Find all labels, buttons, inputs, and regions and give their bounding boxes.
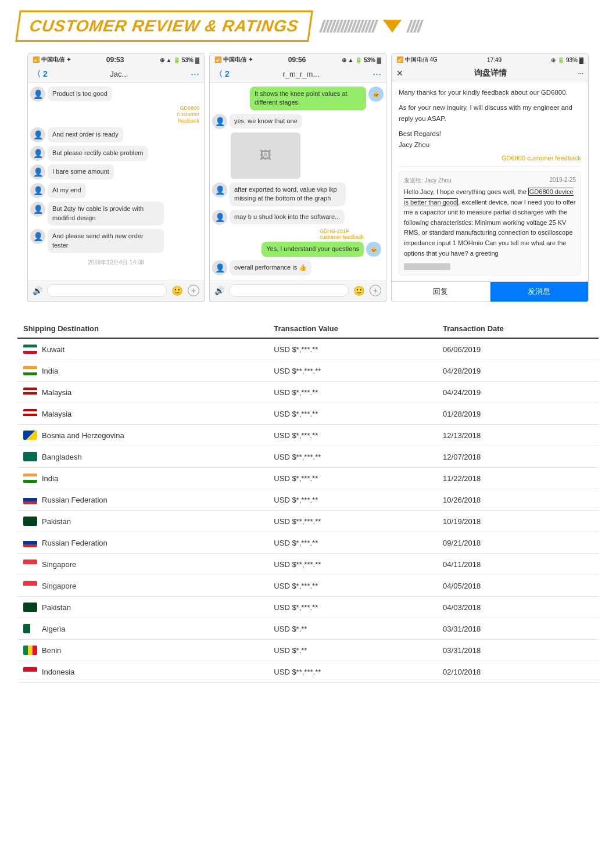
avatar-2-5: 🐱: [366, 242, 381, 257]
col-header-destination: Shipping Destination: [17, 320, 268, 338]
cell-value-15: USD $**,***.**: [268, 661, 437, 683]
bubble-1-5: At my end: [48, 183, 86, 198]
col-header-date: Transaction Date: [437, 320, 599, 338]
speaker-icon-1[interactable]: 🔊: [33, 286, 42, 295]
inquiry-body: Many thanks for your kindly feedback abo…: [392, 81, 588, 281]
inquiry-close-button[interactable]: ✕: [396, 69, 403, 78]
table-row: SingaporeUSD $**,***.**04/11/2018: [17, 554, 599, 575]
flag-icon-india: [23, 366, 37, 375]
table-row: PakistanUSD $*,***.**04/03/2018: [17, 597, 599, 618]
flag-icon-benin: [23, 646, 37, 655]
country-name-9: Russian Federation: [42, 539, 108, 547]
country-name-5: Bangladesh: [42, 453, 82, 461]
inquiry-time: 17:49: [487, 57, 502, 63]
col-header-value: Transaction Value: [268, 320, 437, 338]
avatar-1-1: 👤: [30, 87, 45, 102]
cell-destination-1: India: [17, 360, 268, 382]
table-row: AlgeriaUSD $*.**03/31/2018: [17, 618, 599, 640]
cell-destination-14: Benin: [17, 640, 268, 661]
table-row: MalaysiaUSD $*,***.**01/28/2019: [17, 403, 599, 425]
cell-destination-13: Algeria: [17, 618, 268, 640]
table-row: Russian FederationUSD $*,***.**10/26/201…: [17, 489, 599, 511]
country-name-12: Pakistan: [42, 603, 71, 612]
cell-destination-15: Indonesia: [17, 661, 268, 683]
bubble-1-4: I bare some amount: [48, 164, 114, 179]
cell-date-1: 04/28/2019: [437, 360, 599, 382]
cell-destination-2: Malaysia: [17, 382, 268, 403]
good-highlight: GD6800 device is better than good: [404, 188, 574, 206]
nav-bar-1: 〈 2 Jac... ···: [28, 66, 204, 83]
avatar-1-3: 👤: [30, 146, 45, 161]
header-title-box: CUSTOMER REVIEW & RATINGS: [15, 10, 313, 42]
cell-value-7: USD $*,***.**: [268, 489, 437, 511]
chat-msg-1-5: 👤 At my end: [30, 183, 202, 198]
cell-date-7: 10/26/2018: [437, 489, 599, 511]
country-name-14: Benin: [42, 646, 61, 655]
page-header: CUSTOMER REVIEW & RATINGS: [0, 0, 616, 48]
chat-msg-1-6: 👤 But 2qty hv cable is provide with modi…: [30, 202, 202, 225]
flag-icon-kuwait: [23, 345, 37, 354]
cell-destination-0: Kuwait: [17, 338, 268, 360]
cell-date-5: 12/07/2018: [437, 446, 599, 468]
back-button-1[interactable]: 〈 2: [33, 69, 48, 80]
avatar-2-6: 👤: [212, 260, 227, 275]
cell-value-4: USD $*,***.**: [268, 425, 437, 446]
cell-date-14: 03/31/2018: [437, 640, 599, 661]
avatar-1-7: 👤: [30, 229, 45, 244]
cell-value-8: USD $**,***.**: [268, 511, 437, 532]
inquiry-sender: 发送给: Jacy Zhou: [404, 177, 452, 185]
input-area-1[interactable]: [47, 284, 167, 297]
bubble-2-2: yes, we know that one: [230, 114, 302, 128]
more-button-2[interactable]: ···: [373, 68, 381, 80]
flag-icon-pakistan: [23, 603, 37, 612]
cell-destination-9: Russian Federation: [17, 532, 268, 554]
table-row: PakistanUSD $**,***.**10/19/2018: [17, 511, 599, 532]
reply-button[interactable]: 回复: [392, 282, 490, 302]
country-name-13: Algeria: [42, 625, 65, 633]
flag-icon-pakistan: [23, 517, 37, 526]
more-button-1[interactable]: ···: [191, 68, 199, 80]
country-name-6: India: [42, 474, 58, 483]
inquiry-feedback-label: GD6800 customer feedback: [399, 155, 581, 162]
cell-date-4: 12/13/2018: [437, 425, 599, 446]
cell-destination-10: Singapore: [17, 554, 268, 575]
emoji-button-1[interactable]: 🙂: [171, 285, 183, 296]
country-name-7: Russian Federation: [42, 496, 108, 504]
slash-group-left: [321, 20, 376, 33]
inquiry-icons: ⊕ 🔋 93% ▓: [551, 57, 583, 63]
cell-value-11: USD $*,***.**: [268, 575, 437, 597]
inquiry-status-bar: 📶 中国电信 4G 17:49 ⊕ 🔋 93% ▓: [392, 54, 588, 66]
back-button-2[interactable]: 〈 2: [214, 69, 230, 80]
chat-msg-1-3: 👤 But please rectify cable problem: [30, 146, 202, 161]
timestamp-1: 2018年12月4日 14:08: [30, 259, 202, 267]
input-area-2[interactable]: [229, 284, 349, 297]
emoji-button-2[interactable]: 🙂: [353, 285, 365, 296]
cell-destination-3: Malaysia: [17, 403, 268, 425]
inquiry-bottom-bar: 回复 发消息: [392, 281, 588, 302]
speaker-icon-2[interactable]: 🔊: [214, 286, 224, 295]
country-name-2: Malaysia: [42, 388, 71, 397]
cell-date-8: 10/19/2018: [437, 511, 599, 532]
slash-group-right: [409, 20, 421, 33]
bubble-1-6: But 2qty hv cable is provide with modifi…: [48, 202, 164, 225]
cell-date-9: 09/21/2018: [437, 532, 599, 554]
chat-screen-2: 📶 中国电信 ✦ 09:56 ⊕ ▲ 🔋 53% ▓ 〈 2 r_m_r_m..…: [209, 53, 386, 302]
inquiry-title: 询盘详情: [409, 68, 572, 78]
chat-msg-1-7: 👤 And please send with new order tester: [30, 229, 202, 253]
inquiry-text-1: Many thanks for your kindly feedback abo…: [399, 87, 581, 98]
table-row: BangladeshUSD $**,***.**12/07/2018: [17, 446, 599, 468]
table-section: Shipping Destination Transaction Value T…: [0, 308, 616, 700]
plus-button-1[interactable]: +: [188, 285, 199, 296]
cell-destination-8: Pakistan: [17, 511, 268, 532]
plus-button-2[interactable]: +: [370, 285, 381, 296]
avatar-2-2: 👤: [212, 114, 227, 129]
cell-value-0: USD $*,***.**: [268, 338, 437, 360]
header-title: CUSTOMER REVIEW & RATINGS: [28, 17, 300, 35]
chat-body-2: It shows the knee point values at differ…: [210, 83, 386, 281]
country-name-0: Kuwait: [42, 345, 65, 354]
inquiry-more-button[interactable]: ···: [578, 70, 583, 77]
bubble-2-1: It shows the knee point values at differ…: [250, 87, 366, 110]
country-name-15: Indonesia: [42, 668, 74, 676]
send-button[interactable]: 发消息: [490, 282, 589, 302]
cell-destination-6: India: [17, 468, 268, 489]
